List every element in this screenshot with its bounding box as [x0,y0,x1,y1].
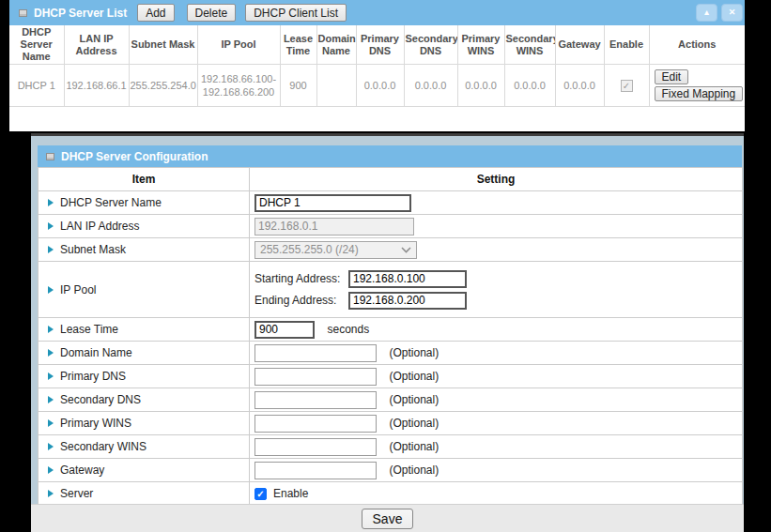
table-row: DHCP 1 192.168.66.1 255.255.254.0 192.16… [9,65,745,107]
bullet-arrow-icon [48,326,54,333]
optional-label: (Optional) [389,440,439,453]
item-label: Lease Time [60,323,118,336]
col-gateway: Gateway [555,25,604,65]
window-controls: ▴ ✕ [696,4,743,22]
col-actions: Actions [649,25,745,65]
row-secondary-dns: Secondary DNS (Optional) [39,388,743,412]
primary-dns-input[interactable] [254,368,377,386]
collapse-icon[interactable]: ▴ [696,4,717,22]
item-label: Server [60,487,93,500]
panel-title: DHCP Server Configuration [61,150,208,163]
col-setting: Setting [250,168,743,191]
cell-lease: 900 [280,65,316,107]
row-subnet-mask: Subnet Mask 255.255.255.0 (/24) [39,238,743,262]
col-enable: Enable [604,25,649,65]
cell-actions: Edit Fixed Mapping [649,65,745,107]
optional-label: (Optional) [389,393,439,406]
col-subnet-mask: Subnet Mask [129,25,197,65]
cell-enable: ✓ [604,65,649,107]
secondary-wins-input[interactable] [254,438,377,456]
chevron-down-icon [401,247,411,253]
bullet-arrow-icon [48,286,54,294]
dhcp-server-list-header: DHCP Server List Add Delete DHCP Client … [9,0,745,25]
item-label: Subnet Mask [60,243,126,256]
edit-button[interactable]: Edit [655,69,689,84]
gateway-input[interactable] [254,462,377,479]
row-server: Server ✓ Enable [39,482,743,506]
dhcp-client-list-button[interactable]: DHCP Client List [245,4,347,22]
cell-name: DHCP 1 [9,65,64,107]
dhcp-server-configuration-header: DHCP Server Configuration [38,145,742,167]
item-label: Secondary DNS [60,393,141,406]
cell-lan-ip: 192.168.66.1 [64,65,129,107]
bullet-arrow-icon [48,490,54,497]
cell-primary-dns: 0.0.0.0 [356,65,404,107]
dhcp-server-table: DHCP Server Name LAN IP Address Subnet M… [9,25,745,107]
col-primary-wins: Primary WINS [457,25,504,65]
bullet-arrow-icon [48,466,54,474]
config-footer: Save [31,504,744,532]
row-primary-dns: Primary DNS (Optional) [39,365,743,388]
cell-secondary-dns: 0.0.0.0 [404,65,457,107]
add-button[interactable]: Add [137,4,174,22]
optional-label: (Optional) [389,417,439,430]
subnet-mask-selected-value: 255.255.255.0 (/24) [260,243,359,256]
panel-icon [46,153,54,160]
bullet-arrow-icon [48,443,54,450]
col-lease-time: Lease Time [280,25,316,65]
cell-primary-wins: 0.0.0.0 [457,65,504,107]
row-secondary-wins: Secondary WINS (Optional) [39,435,743,459]
item-label: Domain Name [60,346,132,359]
cell-ip-pool: 192.168.66.100- 192.168.66.200 [197,65,280,107]
fixed-mapping-button[interactable]: Fixed Mapping [655,86,744,101]
item-label: IP Pool [60,283,96,296]
ending-address-label: Ending Address: [254,294,348,307]
dhcp-server-name-input[interactable] [254,194,411,212]
table-header-row: DHCP Server Name LAN IP Address Subnet M… [9,25,745,65]
row-dhcp-server-name: DHCP Server Name [39,191,743,215]
save-button[interactable]: Save [362,509,414,529]
ip-pool-line1: 192.168.66.100- [199,72,279,85]
server-enable-checkbox[interactable]: ✓ [254,488,267,500]
bullet-arrow-icon [48,199,54,206]
primary-wins-input[interactable] [254,415,377,433]
bullet-arrow-icon [48,419,54,427]
col-primary-dns: Primary DNS [356,25,404,65]
delete-button[interactable]: Delete [187,4,237,22]
dhcp-configuration-table: Item Setting DHCP Server Name LAN IP Add… [38,167,743,506]
item-label: DHCP Server Name [60,196,162,209]
seconds-label: seconds [327,323,369,336]
ip-pool-line2: 192.168.66.200 [199,85,279,99]
bullet-arrow-icon [48,396,54,403]
starting-address-label: Starting Address: [254,272,348,285]
col-item: Item [39,168,250,191]
col-ip-pool: IP Pool [197,25,280,65]
domain-name-input[interactable] [254,344,377,362]
col-domain-name: Domain Name [316,25,356,65]
enable-label: Enable [273,487,308,500]
optional-label: (Optional) [389,464,439,477]
cell-domain [316,65,356,107]
bullet-arrow-icon [48,222,54,230]
ending-address-input[interactable] [348,292,467,310]
item-label: Primary WINS [60,417,131,430]
item-label: LAN IP Address [60,220,140,233]
row-domain-name: Domain Name (Optional) [39,342,743,365]
row-ip-pool: IP Pool Starting Address: Ending Address… [39,262,743,318]
optional-label: (Optional) [389,346,439,359]
panel-title: DHCP Server List [34,7,127,20]
item-label: Secondary WINS [60,440,146,453]
subnet-mask-select: 255.255.255.0 (/24) [254,241,417,259]
item-label: Gateway [60,464,104,477]
row-gateway: Gateway (Optional) [39,459,743,482]
starting-address-input[interactable] [348,270,467,288]
config-header-row: Item Setting [39,168,743,191]
col-dhcp-server-name: DHCP Server Name [9,25,64,65]
panel-icon [19,9,27,17]
row-lease-time: Lease Time seconds [39,318,743,342]
enable-checkbox-disabled: ✓ [621,80,633,92]
secondary-dns-input[interactable] [254,391,377,409]
col-secondary-dns: Secondary DNS [404,25,457,65]
close-icon[interactable]: ✕ [721,4,743,22]
lease-time-input[interactable] [254,321,315,339]
